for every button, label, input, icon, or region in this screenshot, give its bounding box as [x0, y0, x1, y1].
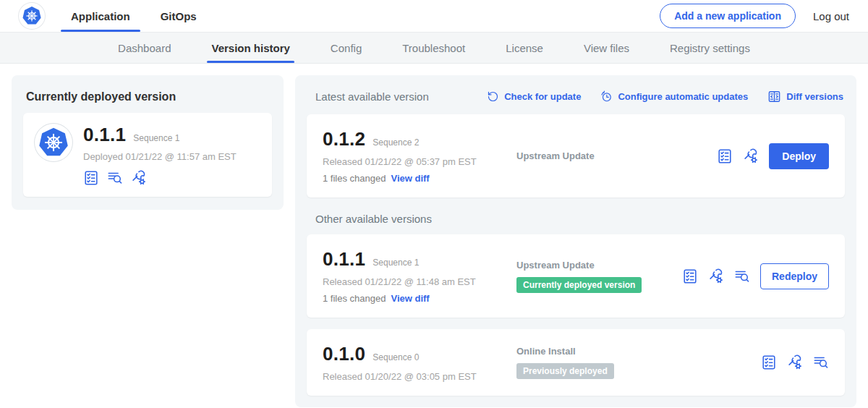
deployed-actions: [83, 170, 237, 186]
version-number: 0.1.1: [323, 248, 365, 271]
view-diff-link[interactable]: View diff: [391, 173, 429, 184]
tab-gitops[interactable]: GitOps: [161, 0, 197, 32]
logout-link[interactable]: Log out: [813, 10, 849, 22]
subnav-tab-registry-settings[interactable]: Registry settings: [670, 33, 750, 63]
latest-version-header: Latest available version Check for updat…: [315, 90, 843, 103]
deploy-logs-icon[interactable]: [813, 354, 829, 370]
currently-deployed-panel: Currently deployed version 0.1.1 Sequenc…: [12, 75, 284, 210]
preflight-checks-icon[interactable]: [682, 268, 698, 284]
files-changed: 1 files changedView diff: [323, 293, 516, 304]
refresh-icon: [487, 90, 499, 103]
tab-application[interactable]: Application: [71, 0, 130, 32]
version-number: 0.1.2: [323, 128, 365, 150]
edit-config-icon[interactable]: [131, 170, 147, 186]
other-versions-heading: Other available versions: [315, 213, 843, 225]
subnav-tab-dashboard[interactable]: Dashboard: [118, 33, 171, 63]
version-info: 0.1.1 Sequence 1 Released 01/21/22 @ 11:…: [323, 248, 516, 304]
subnav-tab-config[interactable]: Config: [331, 33, 362, 63]
subnav-tab-version-history[interactable]: Version history: [211, 33, 289, 63]
subnav-tab-troubleshoot[interactable]: Troubleshoot: [402, 33, 465, 63]
schedule-update-icon: [600, 90, 613, 103]
subnav-tab-license[interactable]: License: [506, 33, 543, 63]
deployed-sequence-label: Sequence 1: [133, 133, 179, 143]
diff-icon: [767, 90, 781, 103]
deploy-logs-icon[interactable]: [734, 268, 750, 284]
currently-deployed-badge: Currently deployed version: [516, 277, 642, 293]
version-number: 0.1.0: [323, 343, 365, 365]
version-source: Online Install Previously deployed: [516, 346, 761, 379]
deploy-button[interactable]: Deploy: [769, 143, 829, 169]
version-row-actions: Deploy: [717, 143, 829, 169]
check-for-update-label: Check for update: [504, 91, 581, 102]
version-row-0-1-2: 0.1.2 Sequence 2 Released 01/21/22 @ 05:…: [307, 114, 845, 197]
app-subnav: Dashboard Version history Config Trouble…: [0, 33, 868, 64]
deployed-version-number: 0.1.1: [83, 124, 126, 146]
check-for-update-link[interactable]: Check for update: [487, 90, 581, 103]
version-source: Upstream Update: [516, 150, 717, 161]
currently-deployed-card: 0.1.1 Sequence 1 Deployed 01/21/22 @ 11:…: [23, 113, 272, 197]
subnav-tab-view-files[interactable]: View files: [584, 33, 629, 63]
kubernetes-logo: [19, 3, 45, 29]
edit-config-icon[interactable]: [708, 268, 724, 284]
redeploy-button[interactable]: Redeploy: [760, 263, 829, 289]
source-label: Upstream Update: [516, 260, 595, 271]
diff-versions-label: Diff versions: [786, 91, 843, 102]
sequence-label: Sequence 2: [373, 137, 419, 148]
version-row-actions: [761, 354, 829, 370]
files-changed: 1 files changedView diff: [323, 173, 516, 184]
diff-versions-link[interactable]: Diff versions: [767, 90, 843, 103]
deployed-timestamp: Deployed 01/21/22 @ 11:57 am EST: [83, 151, 237, 162]
app-tabs: Application GitOps: [71, 0, 227, 32]
latest-version-title: Latest available version: [315, 90, 429, 103]
preflight-checks-icon[interactable]: [83, 170, 99, 186]
currently-deployed-title: Currently deployed version: [26, 90, 272, 103]
previously-deployed-badge: Previously deployed: [516, 363, 614, 379]
configure-automatic-updates-label: Configure automatic updates: [618, 91, 748, 102]
configure-automatic-updates-link[interactable]: Configure automatic updates: [600, 90, 748, 103]
view-diff-link[interactable]: View diff: [391, 293, 429, 304]
released-timestamp: Released 01/20/22 @ 03:05 pm EST: [323, 371, 516, 382]
top-nav: Application GitOps Add a new application…: [0, 0, 868, 33]
deployed-version-info: 0.1.1 Sequence 1 Deployed 01/21/22 @ 11:…: [83, 124, 237, 186]
version-history-panel: Latest available version Check for updat…: [295, 75, 856, 407]
tab-gitops-label: GitOps: [161, 10, 197, 22]
deploy-logs-icon[interactable]: [107, 170, 123, 186]
edit-config-icon[interactable]: [743, 148, 759, 164]
version-row-0-1-0: 0.1.0 Sequence 0 Released 01/20/22 @ 03:…: [307, 329, 845, 396]
source-label: Upstream Update: [516, 150, 595, 161]
add-application-button[interactable]: Add a new application: [660, 4, 796, 28]
edit-config-icon[interactable]: [787, 354, 803, 370]
version-row-0-1-1: 0.1.1 Sequence 1 Released 01/21/22 @ 11:…: [307, 234, 845, 318]
version-info: 0.1.2 Sequence 2 Released 01/21/22 @ 05:…: [323, 128, 516, 184]
nav-right: Add a new application Log out: [660, 0, 849, 32]
main-content: Currently deployed version 0.1.1 Sequenc…: [0, 64, 868, 408]
version-actions: Check for update Configure automatic upd…: [487, 90, 843, 103]
released-timestamp: Released 01/21/22 @ 05:37 pm EST: [323, 156, 516, 167]
sequence-label: Sequence 0: [373, 352, 419, 362]
app-logo: [35, 124, 72, 161]
tab-application-label: Application: [71, 10, 130, 22]
preflight-checks-icon[interactable]: [761, 354, 777, 370]
released-timestamp: Released 01/21/22 @ 11:48 am EST: [323, 276, 516, 287]
version-source: Upstream Update Currently deployed versi…: [516, 260, 682, 293]
sequence-label: Sequence 1: [373, 258, 419, 268]
version-info: 0.1.0 Sequence 0 Released 01/20/22 @ 03:…: [323, 343, 516, 382]
source-label: Online Install: [516, 346, 576, 357]
version-row-actions: Redeploy: [682, 263, 829, 289]
preflight-checks-icon[interactable]: [717, 148, 733, 164]
